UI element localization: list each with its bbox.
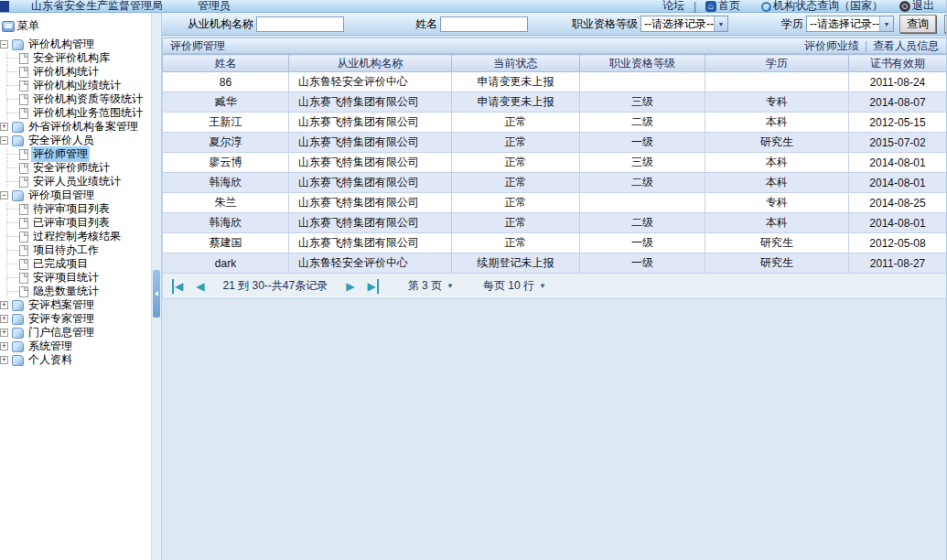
logout-link[interactable]: 退出 [899, 0, 934, 14]
tree-item-label[interactable]: 个人资料 [27, 352, 74, 368]
column-header[interactable]: 证书有效期 [849, 55, 947, 72]
column-header[interactable]: 从业机构名称 [289, 55, 452, 72]
tree-item-leaf: 已完成项目 [7, 257, 151, 271]
last-page-button[interactable]: ▶ [365, 279, 378, 294]
cell-level [580, 193, 705, 213]
tree-item-branch: +个人资料 [0, 353, 151, 367]
prev-page-button[interactable]: ◀ [194, 279, 206, 294]
table-header-row: 姓名从业机构名称当前状态职业资格等级学历证书有效期 [163, 55, 947, 72]
panel-link-separator: | [865, 39, 867, 52]
menu-header-label: 菜单 [17, 18, 39, 34]
document-icon [19, 81, 28, 92]
tree-item-leaf: 安评项目统计 [7, 271, 151, 285]
cell-expiry: 2014-08-01 [849, 153, 947, 173]
column-header[interactable]: 姓名 [163, 55, 289, 72]
tree-item-leaf: 安评人员业绩统计 [7, 175, 151, 188]
tree-item-leaf: 项目待办工作 [7, 243, 151, 257]
cell-level: 三级 [580, 92, 705, 113]
folder-icon [12, 190, 24, 201]
person-name-input[interactable] [440, 16, 528, 32]
navigation-tree: −评价机构管理安全评价机构库评价机构统计评价机构业绩统计评价机构资质等级统计评价… [0, 38, 151, 367]
tree-connector [7, 236, 19, 237]
document-icon [19, 53, 28, 64]
table-row[interactable]: 韩海欣山东赛飞特集团有限公司正常二级本科2014-08-01 [163, 173, 947, 193]
home-icon: ⌂ [705, 1, 716, 12]
forum-link[interactable]: 论坛 [662, 0, 684, 14]
org-name-input[interactable] [256, 16, 344, 32]
query-button[interactable]: 查询 [899, 15, 936, 33]
evaluator-performance-link[interactable]: 评价师业绩 [804, 38, 859, 54]
first-page-button[interactable]: ◀ [172, 279, 185, 294]
expand-node-icon[interactable]: + [0, 123, 8, 131]
folder-icon [12, 122, 24, 133]
expand-node-icon[interactable]: + [0, 301, 8, 309]
sidebar: 菜单 −评价机构管理安全评价机构库评价机构统计评价机构业绩统计评价机构资质等级统… [0, 13, 152, 560]
tree-item-branch: +系统管理 [0, 339, 151, 353]
home-link[interactable]: ⌂ 首页 [705, 0, 740, 14]
collapse-node-icon[interactable]: − [0, 191, 8, 199]
cell-org: 山东赛飞特集团有限公司 [289, 92, 452, 113]
expand-node-icon[interactable]: + [0, 315, 8, 323]
column-header[interactable]: 职业资格等级 [580, 55, 705, 72]
cell-status: 正常 [452, 193, 580, 213]
cell-education: 本科 [705, 153, 849, 173]
column-header[interactable]: 当前状态 [452, 55, 580, 72]
cell-level: 一级 [580, 253, 705, 274]
expand-node-icon[interactable]: + [0, 342, 8, 350]
next-page-button[interactable]: ▶ [344, 279, 356, 294]
table-row[interactable]: dark山东鲁轻安全评价中心续期登记未上报一级研究生2011-08-27 [163, 253, 947, 274]
document-icon [19, 94, 28, 105]
cell-org: 山东赛飞特集团有限公司 [289, 133, 452, 153]
qual-level-label: 职业资格等级 [572, 16, 638, 32]
titlebar-separator: | [694, 0, 696, 13]
column-header[interactable]: 学历 [705, 55, 849, 72]
tree-connector [7, 250, 19, 251]
tree-item-branch: +安评专家管理 [0, 312, 151, 326]
org-status-query-link[interactable]: 机构状态查询（国家） [760, 0, 883, 14]
cell-level [580, 72, 705, 92]
cell-education: 专科 [705, 92, 849, 113]
table-row[interactable]: 朱兰山东赛飞特集团有限公司正常专科2014-08-25 [163, 193, 947, 213]
table-row[interactable]: 韩海欣山东赛飞特集团有限公司正常二级本科2014-08-01 [163, 213, 947, 233]
cell-level: 二级 [580, 113, 705, 133]
document-icon [19, 218, 28, 229]
table-row[interactable]: 蔡建国山东赛飞特集团有限公司正常一级研究生2012-05-08 [163, 233, 947, 253]
cell-expiry: 2011-08-24 [849, 72, 947, 92]
content-empty-area [162, 299, 947, 560]
table-row[interactable]: 86山东鲁轻安全评价中心申请变更未上报2011-08-24 [163, 72, 947, 92]
tree-connector [7, 291, 19, 292]
page-number-select[interactable]: 第 3 页▼ [408, 278, 454, 294]
cell-expiry: 2014-08-01 [849, 213, 947, 233]
dropdown-arrow-icon: ▼ [714, 16, 727, 31]
view-personnel-info-link[interactable]: 查看人员信息 [873, 38, 939, 54]
caret-down-icon: ▼ [447, 282, 454, 290]
cell-education: 研究生 [705, 133, 849, 153]
table-row[interactable]: 臧华山东赛飞特集团有限公司申请变更未上报三级专科2014-08-07 [163, 92, 947, 113]
cell-level: 二级 [580, 213, 705, 233]
expand-node-icon[interactable]: + [0, 356, 8, 364]
cell-org: 山东赛飞特集团有限公司 [289, 153, 452, 173]
expand-node-icon[interactable]: + [0, 328, 8, 337]
sidebar-splitter [152, 13, 162, 560]
cell-org: 山东赛飞特集团有限公司 [289, 173, 452, 193]
panel-title: 评价师管理 [170, 38, 225, 54]
education-select[interactable]: --请选择记录--▼ [806, 16, 894, 32]
dropdown-arrow-icon: ▼ [879, 16, 893, 31]
cell-status: 正常 [452, 133, 580, 153]
search-toolbar: 从业机构名称 姓名 职业资格等级 --请选择记录--▼ 学历 --请选择记录--… [162, 13, 947, 36]
cell-org: 山东赛飞特集团有限公司 [289, 213, 452, 233]
collapse-node-icon[interactable]: − [0, 40, 8, 48]
logged-in-user: 管理员 [198, 0, 231, 14]
collapse-node-icon[interactable]: − [0, 136, 8, 145]
qual-level-select[interactable]: --请选择记录--▼ [640, 16, 728, 32]
table-row[interactable]: 廖云博山东赛飞特集团有限公司正常三级本科2014-08-01 [163, 153, 947, 173]
table-body: 86山东鲁轻安全评价中心申请变更未上报2011-08-24臧华山东赛飞特集团有限… [163, 72, 947, 274]
table-row[interactable]: 王新江山东赛飞特集团有限公司正常二级本科2012-05-15 [163, 113, 947, 133]
document-icon [19, 286, 28, 297]
cell-expiry: 2015-07-02 [849, 133, 947, 153]
search-icon [760, 1, 771, 12]
cell-name: 臧华 [163, 92, 289, 113]
table-row[interactable]: 夏尔淳山东赛飞特集团有限公司正常一级研究生2015-07-02 [163, 133, 947, 153]
sidebar-collapse-handle[interactable] [153, 270, 160, 318]
rows-per-page-select[interactable]: 每页 10 行▼ [483, 278, 546, 294]
